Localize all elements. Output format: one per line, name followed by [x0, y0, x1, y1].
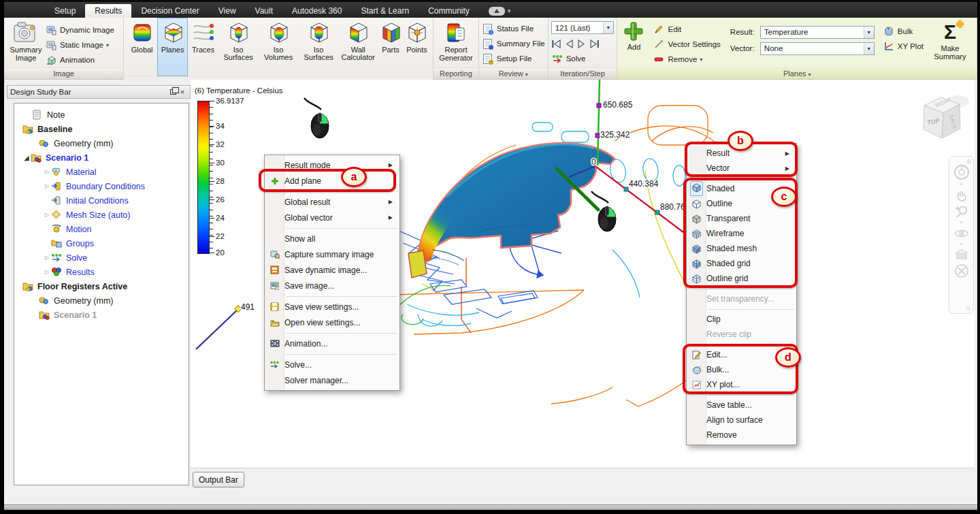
tree-item-scenario-1-inactive[interactable]: Scenario 1	[14, 308, 189, 322]
expander-icon[interactable]: ▷	[43, 169, 51, 175]
tab-decision-center[interactable]: Decision Center	[131, 4, 208, 18]
tree-item-note[interactable]: Note	[14, 108, 189, 122]
tree-item-geometry[interactable]: Geometry (mm)	[14, 136, 189, 150]
tree-item-motion[interactable]: Motion	[14, 222, 189, 236]
task-iso-surfaces-button[interactable]: Iso Surfaces	[218, 18, 258, 76]
menu-item-transparent[interactable]: Transparent	[687, 211, 796, 226]
step-forward-button[interactable]	[577, 39, 586, 48]
menu-item-add-plane[interactable]: Add plane	[265, 173, 399, 189]
menu-item-wireframe[interactable]: Wireframe	[687, 226, 796, 241]
menu-item-capture-summary-image[interactable]: Capture summary image	[265, 246, 399, 262]
report-generator-button[interactable]: Report Generator	[437, 20, 475, 67]
close-panel-button[interactable]: ×	[178, 87, 187, 97]
setup-file-button[interactable]: Setup File	[482, 51, 545, 66]
tree-item-floor-registers-active[interactable]: Floor Registers Active	[14, 279, 189, 293]
menu-item-shaded-grid[interactable]: Shaded grid	[687, 256, 796, 271]
review-group-label[interactable]: Review▾	[479, 67, 548, 79]
temperature-plane[interactable]	[416, 143, 615, 265]
menu-item-animation[interactable]: Animation...	[265, 336, 399, 351]
collapse-navbar-icon[interactable]: ⊖	[965, 305, 970, 312]
tree-item-geometry-2[interactable]: Geometry (mm)	[14, 293, 189, 308]
vector-dropdown[interactable]: None ▾	[760, 42, 875, 55]
full-navigation-icon[interactable]	[953, 263, 970, 279]
chevron-down-icon[interactable]: ▾	[960, 242, 963, 246]
iteration-dropdown[interactable]: 121 (Last) ▾	[551, 21, 614, 34]
tree-item-initial-conditions[interactable]: Initial Conditions	[14, 193, 189, 208]
task-iso-surfaces-2-button[interactable]: Iso Surfaces	[299, 18, 338, 76]
tree-item-boundary-conditions[interactable]: ▷ Boundary Conditions	[14, 179, 189, 193]
tree-item-baseline[interactable]: Baseline	[14, 122, 189, 136]
expander-open-icon[interactable]: ◢	[22, 155, 31, 161]
tree-item-scenario-1[interactable]: ◢ Scenario 1	[14, 150, 189, 165]
menu-item-remove[interactable]: Remove	[687, 428, 796, 443]
output-bar-button[interactable]: Output Bar	[193, 472, 244, 487]
close-navbar-icon[interactable]: ⊗	[966, 158, 971, 165]
status-file-button[interactable]: i Status File	[482, 21, 545, 36]
task-wall-calculator-button[interactable]: Wall Calculator	[338, 18, 378, 76]
task-iso-volumes-button[interactable]: Iso Volumes	[258, 18, 299, 76]
expander-icon[interactable]: ▷	[43, 212, 51, 218]
expander-icon[interactable]: ▷	[43, 183, 51, 189]
tab-start-learn[interactable]: Start & Learn	[351, 4, 419, 18]
viewport[interactable]: 650.685 325.342 0 440.384 880.767 491	[191, 80, 975, 468]
menu-item-outline-grid[interactable]: Outline grid	[687, 271, 796, 286]
menu-item-clip[interactable]: Clip	[687, 312, 796, 327]
menu-item-xy-plot[interactable]: XY plot...	[687, 377, 796, 392]
dynamic-image-button[interactable]: Dynamic Image	[45, 22, 114, 37]
tab-results[interactable]: Results	[85, 4, 131, 18]
task-planes-button[interactable]: Planes	[157, 18, 188, 76]
tab-autodesk-360[interactable]: Autodesk 360	[282, 4, 351, 18]
step-back-button[interactable]	[565, 39, 574, 48]
menu-item-reverse-clip[interactable]: Reverse clip	[687, 327, 796, 342]
cloud-menu[interactable]: ▾	[489, 4, 511, 18]
pan-hand-icon[interactable]	[954, 188, 969, 203]
chevron-down-icon[interactable]: ▾	[960, 221, 963, 225]
menu-item-save-view-settings[interactable]: Save view settings...	[265, 299, 399, 315]
step-first-button[interactable]	[551, 39, 561, 48]
make-summary-button[interactable]: Σ Make Summary	[929, 20, 971, 67]
result-dropdown[interactable]: Temperature ▾	[760, 26, 875, 39]
task-global-button[interactable]: Global	[127, 18, 157, 76]
menu-item-set-transparency[interactable]: Set transparency...	[687, 291, 796, 306]
tab-view[interactable]: View	[209, 4, 246, 18]
view-cube[interactable]: TOP RIGHT BACK	[924, 95, 969, 138]
look-at-icon[interactable]	[953, 248, 970, 261]
menu-item-align-to-surface[interactable]: Align to surface	[687, 413, 796, 428]
menu-item-open-view-settings[interactable]: Open view settings...	[265, 315, 399, 330]
xy-plot-button[interactable]: XY Plot	[883, 39, 924, 54]
tab-setup[interactable]: Setup	[45, 4, 85, 18]
menu-item-solver-manager[interactable]: Solver manager...	[265, 372, 399, 388]
bulk-button[interactable]: Bulk	[883, 24, 924, 39]
tree-item-groups[interactable]: Groups	[14, 236, 189, 251]
menu-item-show-all[interactable]: Show all	[265, 231, 399, 246]
static-image-button[interactable]: Static Image ▾	[45, 37, 114, 52]
tab-vault[interactable]: Vault	[246, 4, 282, 18]
tree-item-mesh-size[interactable]: ▷ Mesh Size (auto)	[14, 208, 189, 222]
task-traces-button[interactable]: Traces	[188, 18, 218, 76]
planes-group-label[interactable]: Planes▾	[617, 67, 977, 79]
float-panel-button[interactable]	[168, 87, 178, 97]
menu-item-vector[interactable]: Vector▶	[687, 161, 796, 176]
orbit-icon[interactable]	[953, 226, 970, 241]
expander-icon[interactable]: ▷	[43, 255, 51, 261]
tree-item-material[interactable]: ▷ Material	[14, 165, 189, 179]
menu-item-shaded-mesh[interactable]: Shaded mesh	[687, 241, 796, 256]
vector-settings-button[interactable]: Vector Settings	[653, 37, 720, 52]
summary-file-button[interactable]: Summary File	[482, 36, 545, 51]
steering-wheel-icon[interactable]	[953, 163, 970, 181]
add-plane-button[interactable]: Add	[620, 20, 647, 67]
menu-item-global-vector[interactable]: Global vector▶	[265, 210, 399, 225]
animation-button[interactable]: Animation	[45, 52, 114, 67]
edit-plane-button[interactable]: Edit	[653, 22, 720, 37]
chevron-down-icon[interactable]: ▾	[960, 182, 963, 187]
zoom-icon[interactable]	[954, 204, 969, 219]
tree-item-solve[interactable]: ▷ Solve	[14, 251, 189, 265]
menu-item-global-result[interactable]: Global result▶	[265, 194, 399, 210]
tab-community[interactable]: Community	[419, 4, 479, 18]
menu-item-save-image[interactable]: Save image...	[265, 278, 399, 293]
step-last-button[interactable]	[589, 39, 600, 48]
menu-item-result-mode[interactable]: Result mode▶	[265, 157, 399, 173]
menu-item-save-table[interactable]: Save table...	[687, 398, 796, 413]
remove-plane-button[interactable]: Remove ▾	[653, 52, 720, 67]
expander-icon[interactable]: ▷	[43, 269, 51, 275]
